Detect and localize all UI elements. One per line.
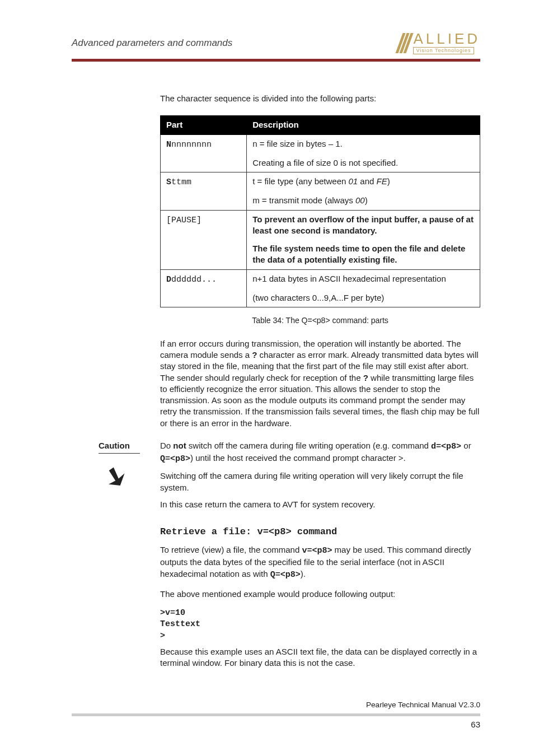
retrieve-p1: To retrieve (view) a file, the command v… [160, 544, 480, 581]
code-sample: >v=10 Testtext > [160, 608, 480, 642]
th-desc: Description [247, 116, 480, 134]
table-row: m = transmit mode (always 00) [161, 192, 480, 210]
caution-p3: In this case return the camera to AVT fo… [160, 499, 480, 510]
table-row: [PAUSE] To prevent an overflow of the in… [161, 210, 480, 240]
footer-manual-title: Pearleye Technical Manual V2.3.0 [72, 701, 480, 709]
error-paragraph: If an error occurs during transmission, … [160, 338, 480, 429]
table-row: Creating a file of size 0 is not specifi… [161, 154, 480, 172]
lightning-icon: ➘ [97, 461, 129, 492]
table-caption: Table 34: The Q=<p8> command: parts [160, 315, 480, 326]
page-header-title: Advanced parameters and commands [72, 38, 232, 49]
footer-rule [72, 713, 480, 716]
table-row: (two characters 0...9,A...F per byte) [161, 289, 480, 307]
retrieve-p3: Because this example uses an ASCII text … [160, 646, 480, 669]
caution-p2: Switching off the camera during file wri… [160, 470, 480, 493]
caution-label: Caution [99, 440, 140, 454]
header-rule [72, 59, 480, 62]
retrieve-p2: The above mentioned example would produc… [160, 589, 480, 600]
caution-p1: Do not switch off the camera during file… [160, 440, 480, 465]
section-heading-retrieve: Retrieve a file: v=<p8> command [160, 526, 480, 539]
table-row: Sttmm t = file type (any between 01 and … [161, 172, 480, 192]
logo-sub-text: Vision Technologies [413, 47, 474, 54]
table-row: Nnnnnnnnn n = file size in bytes – 1. [161, 134, 480, 154]
intro-text: The character sequence is divided into t… [160, 93, 480, 104]
table-row: Ddddddd... n+1 data bytes in ASCII hexad… [161, 269, 480, 289]
th-part: Part [161, 116, 247, 134]
logo-main-text: ALLIED [413, 31, 480, 46]
table-row: The file system needs time to open the f… [161, 240, 480, 269]
logo-stripes-icon [399, 33, 410, 53]
page-number: 63 [72, 720, 480, 729]
parts-table: Part Description Nnnnnnnnn n = file size… [160, 115, 480, 307]
caution-block: Caution ➘ Do not switch off the camera d… [99, 440, 480, 516]
brand-logo: ALLIED Vision Technologies [399, 31, 480, 54]
